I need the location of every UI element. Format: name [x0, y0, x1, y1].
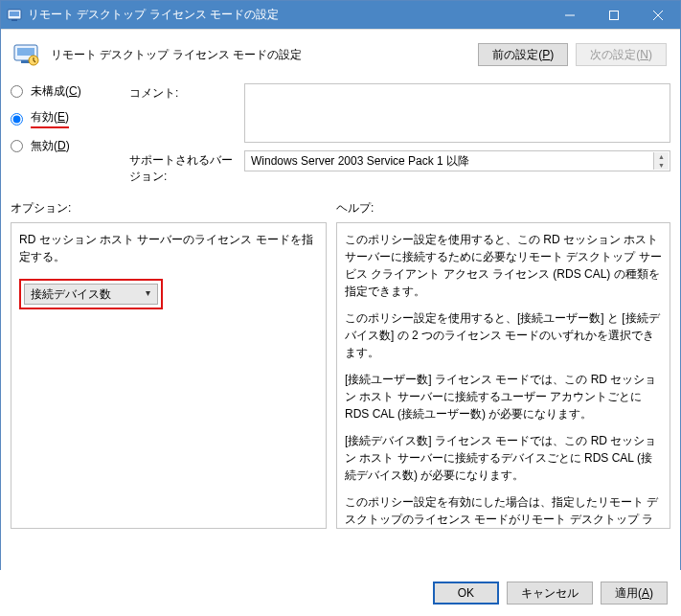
ok-label: OK — [458, 586, 474, 600]
minimize-button[interactable] — [548, 1, 592, 30]
prev-setting-button[interactable]: 前の設定(P) — [478, 43, 568, 66]
combo-highlight: 接続デバイス数接続ユーザー数 — [19, 279, 163, 309]
svg-rect-8 — [17, 48, 34, 56]
comment-input[interactable] — [244, 83, 670, 143]
titlebar: リモート デスクトップ ライセンス モードの設定 — [1, 1, 680, 30]
next-setting-label: 次の設定(N) — [590, 48, 652, 61]
radio-enabled[interactable]: 有効(E) — [11, 109, 112, 128]
prev-setting-label: 前の設定(P) — [492, 48, 554, 61]
main-lower: オプション: RD セッション ホスト サーバーのライセンス モードを指定する。… — [1, 185, 680, 529]
radio-disabled-label: 無効(D) — [31, 138, 70, 154]
radio-enabled-label: 有効(E) — [31, 109, 69, 128]
footer: OK キャンセル 適用(A) — [0, 570, 681, 616]
chevron-down-icon[interactable]: ▼ — [653, 161, 669, 170]
comment-label: コメント: — [129, 83, 235, 102]
radio-not-configured-label: 未構成(C) — [31, 83, 81, 100]
radio-enabled-input[interactable] — [11, 113, 23, 125]
apply-button[interactable]: 適用(A) — [601, 582, 668, 605]
cancel-label: キャンセル — [521, 586, 579, 600]
maximize-button[interactable] — [592, 1, 636, 30]
help-paragraph: このポリシー設定を使用すると、この RD セッション ホスト サーバーに接続する… — [345, 231, 662, 300]
app-icon — [7, 8, 22, 23]
help-paragraph: [接続デバイス数] ライセンス モードでは、この RD セッション ホスト サー… — [345, 432, 662, 484]
supported-value: Windows Server 2003 Service Pack 1 以降 — [251, 153, 469, 170]
main-upper: 未構成(C) 有効(E) 無効(D) コメント: サポートされるバージョン: W… — [1, 83, 680, 185]
options-panel: RD セッション ホスト サーバーのライセンス モードを指定する。 接続デバイス… — [11, 222, 327, 529]
radio-not-configured-input[interactable] — [11, 85, 23, 98]
radio-not-configured[interactable]: 未構成(C) — [11, 83, 112, 100]
apply-label: 適用(A) — [615, 586, 653, 600]
svg-rect-1 — [10, 11, 19, 16]
license-mode-select[interactable]: 接続デバイス数接続ユーザー数 — [24, 284, 158, 305]
help-paragraph: このポリシー設定を有効にした場合は、指定したリモート デスクトップのライセンス … — [345, 493, 662, 529]
cancel-button[interactable]: キャンセル — [507, 582, 593, 605]
policy-icon — [11, 39, 41, 70]
chevron-up-icon[interactable]: ▲ — [653, 152, 669, 161]
options-description: RD セッション ホスト サーバーのライセンス モードを指定する。 — [19, 231, 318, 265]
radio-disabled-input[interactable] — [11, 140, 23, 152]
radio-disabled[interactable]: 無効(D) — [11, 138, 112, 154]
next-setting-button: 次の設定(N) — [576, 43, 667, 66]
help-paragraph: [接続ユーザー数] ライセンス モードでは、この RD セッション ホスト サー… — [345, 371, 662, 422]
page-title: リモート デスクトップ ライセンス モードの設定 — [51, 47, 468, 63]
window-title: リモート デスクトップ ライセンス モードの設定 — [28, 7, 548, 23]
svg-rect-2 — [11, 19, 17, 21]
help-paragraph: このポリシー設定を使用すると、[接続ユーザー数] と [接続デバイス数] の 2… — [345, 309, 662, 361]
help-panel[interactable]: このポリシー設定を使用すると、この RD セッション ホスト サーバーに接続する… — [336, 222, 670, 529]
header: リモート デスクトップ ライセンス モードの設定 前の設定(P) 次の設定(N) — [1, 30, 680, 83]
help-heading: ヘルプ: — [336, 200, 670, 217]
ok-button[interactable]: OK — [433, 582, 499, 605]
close-button[interactable] — [636, 1, 680, 30]
supported-label: サポートされるバージョン: — [129, 150, 235, 185]
svg-rect-4 — [610, 11, 619, 19]
options-heading: オプション: — [11, 200, 327, 217]
supported-value-box: Windows Server 2003 Service Pack 1 以降 ▲ … — [244, 150, 670, 171]
supported-spinner[interactable]: ▲ ▼ — [653, 152, 669, 170]
